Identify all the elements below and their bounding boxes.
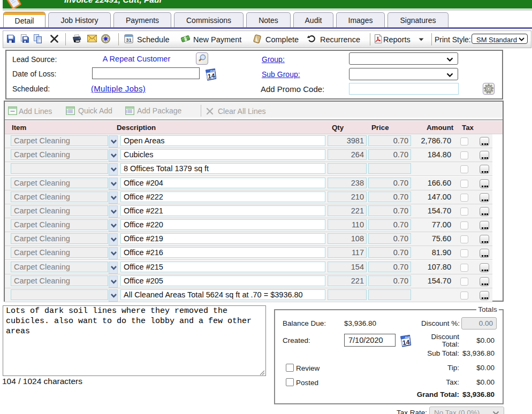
svg-text:14: 14 <box>207 72 215 80</box>
svg-text:31: 31 <box>126 37 132 43</box>
